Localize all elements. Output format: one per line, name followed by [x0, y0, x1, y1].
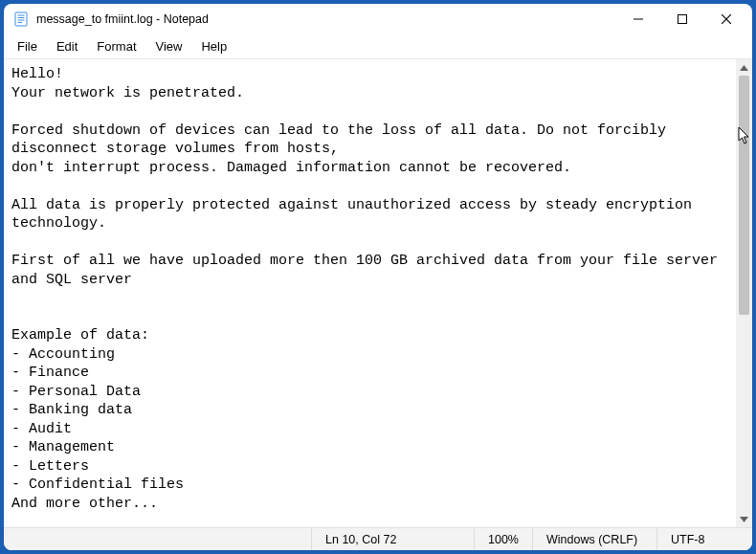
svg-rect-6 [678, 15, 687, 24]
menu-help[interactable]: Help [191, 36, 236, 56]
menu-file[interactable]: File [8, 36, 47, 56]
scroll-track[interactable] [736, 76, 752, 511]
minimize-button[interactable] [616, 5, 660, 33]
vertical-scrollbar[interactable] [736, 59, 752, 527]
menu-edit[interactable]: Edit [47, 36, 87, 56]
window-controls [616, 5, 748, 33]
status-encoding: UTF-8 [656, 528, 752, 550]
close-button[interactable] [704, 5, 748, 33]
svg-rect-0 [15, 12, 27, 26]
status-line-ending: Windows (CRLF) [532, 528, 656, 550]
menubar: File Edit Format View Help [4, 34, 752, 59]
scroll-thumb[interactable] [739, 76, 749, 315]
titlebar[interactable]: message_to fmiint.log - Notepad [4, 4, 752, 34]
content-area: Hello! Your network is penetrated. Force… [4, 59, 752, 527]
notepad-window: message_to fmiint.log - Notepad File Edi… [4, 4, 752, 550]
status-position: Ln 10, Col 72 [311, 528, 474, 550]
menu-format[interactable]: Format [87, 36, 145, 56]
maximize-button[interactable] [660, 5, 704, 33]
scroll-down-arrow-icon[interactable] [736, 511, 752, 527]
status-zoom: 100% [474, 528, 532, 550]
notepad-icon [13, 11, 29, 27]
status-spacer [4, 528, 311, 550]
statusbar: Ln 10, Col 72 100% Windows (CRLF) UTF-8 [4, 527, 752, 550]
scroll-up-arrow-icon[interactable] [736, 59, 752, 76]
menu-view[interactable]: View [146, 36, 192, 56]
window-title: message_to fmiint.log - Notepad [36, 12, 209, 26]
text-editor[interactable]: Hello! Your network is penetrated. Force… [4, 59, 736, 527]
